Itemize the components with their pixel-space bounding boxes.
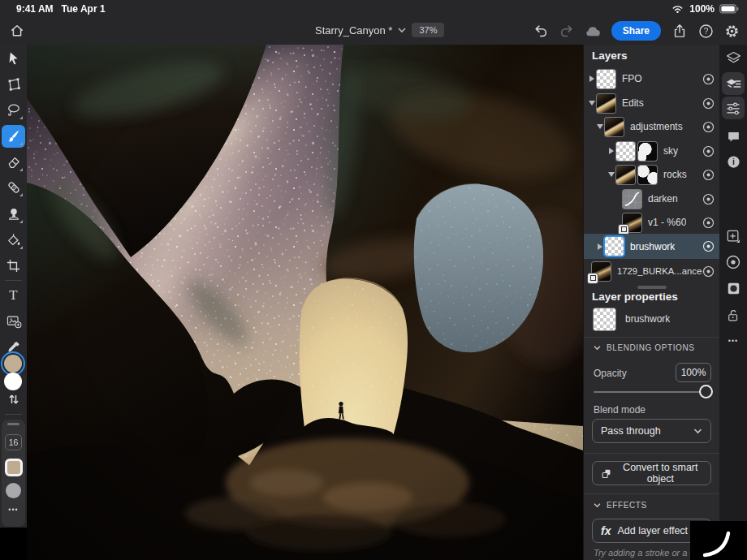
panel-resize-handle[interactable] <box>637 286 667 289</box>
transform-tool[interactable] <box>2 73 25 96</box>
canvas[interactable] <box>27 45 583 560</box>
eye-icon <box>702 121 715 133</box>
screen-corner <box>690 521 747 560</box>
opacity-slider-track[interactable] <box>594 391 710 393</box>
ellipsis-icon: ••• <box>728 337 738 345</box>
eye-icon <box>702 97 715 110</box>
layer-row-v1[interactable]: v1 - %60 <box>584 210 719 235</box>
smart-object-thumbnail[interactable] <box>592 262 611 281</box>
opacity-slider-knob[interactable] <box>699 385 713 398</box>
add-layer-button[interactable] <box>722 225 745 248</box>
layer-row-fpo[interactable]: FPO <box>584 67 719 91</box>
mask-icon <box>726 281 741 296</box>
type-tool[interactable]: T <box>2 284 25 307</box>
layer-row-sky[interactable]: sky <box>584 139 719 163</box>
layer-visibility-toggle[interactable] <box>702 240 715 252</box>
layer-row-1729[interactable]: 1729_BURKA...anced-NR33 <box>584 259 719 283</box>
document-title-dropdown[interactable]: Starry_Canyon * 37% <box>315 23 444 37</box>
undo-button[interactable] <box>530 20 551 41</box>
lasso-tool[interactable] <box>2 99 25 122</box>
layer-mask-thumbnail[interactable] <box>638 166 657 184</box>
crop-tool[interactable] <box>2 254 25 277</box>
place-image-icon <box>6 313 22 330</box>
properties-panel-button[interactable] <box>722 97 745 119</box>
blend-mode-dropdown[interactable]: Pass through <box>592 419 711 443</box>
layer-row-adjustments[interactable]: adjustments <box>584 114 719 139</box>
divider <box>584 337 719 338</box>
background-color-swatch[interactable] <box>4 373 22 390</box>
help-button[interactable]: ? <box>695 20 716 41</box>
brush-tool[interactable] <box>2 125 25 148</box>
layers-list-icon <box>725 75 742 93</box>
opacity-value[interactable]: 100% <box>676 363 711 382</box>
layers-detail-view-button[interactable] <box>722 72 745 95</box>
layer-visibility-toggle[interactable] <box>702 217 715 229</box>
disclosure-collapsed-icon[interactable] <box>595 243 605 250</box>
layer-visibility-toggle[interactable] <box>702 73 715 85</box>
layer-mask-thumbnail[interactable] <box>638 142 657 161</box>
lasso-icon <box>6 102 22 118</box>
convert-to-smart-object-button[interactable]: Convert to smart object <box>592 461 711 485</box>
layers-panel-title: Layers <box>592 50 628 62</box>
effects-header[interactable]: EFFECTS <box>594 501 647 510</box>
toggle-visibility-button[interactable] <box>722 251 745 274</box>
layer-visibility-toggle[interactable] <box>702 121 715 133</box>
brush-size-value[interactable]: 16 <box>2 432 25 453</box>
eraser-tool[interactable] <box>2 151 25 174</box>
layer-visibility-toggle[interactable] <box>702 169 715 181</box>
brush-opacity-preview[interactable] <box>2 483 25 498</box>
layer-row-darken[interactable]: darken <box>584 187 719 211</box>
layer-mask-button[interactable] <box>722 277 745 299</box>
layers-compact-view-button[interactable] <box>722 46 745 69</box>
layer-row-brushwork-selected[interactable]: brushwork <box>584 234 719 259</box>
place-photo-tool[interactable] <box>2 310 25 333</box>
layer-thumbnail[interactable] <box>616 166 635 184</box>
share-button[interactable]: Share <box>611 21 661 41</box>
layer-visibility-toggle[interactable] <box>702 265 715 278</box>
info-button[interactable]: i <box>722 150 745 173</box>
disclosure-expanded-icon[interactable] <box>595 124 605 129</box>
foreground-color-swatch[interactable] <box>4 355 22 373</box>
smart-object-badge-icon <box>619 225 628 235</box>
redo-icon <box>558 23 576 39</box>
layer-thumbnail[interactable] <box>616 142 635 161</box>
lock-layer-button[interactable] <box>722 304 745 326</box>
disclosure-expanded-icon[interactable] <box>607 172 616 177</box>
swap-colors-button[interactable] <box>2 390 25 408</box>
home-button[interactable] <box>6 20 28 41</box>
layer-visibility-toggle[interactable] <box>702 193 715 205</box>
svg-text:i: i <box>732 157 735 166</box>
comments-button[interactable] <box>722 125 745 148</box>
disclosure-collapsed-icon[interactable] <box>607 148 616 154</box>
more-tool-options-button[interactable]: ••• <box>2 506 25 514</box>
tool-options-handle[interactable] <box>2 423 25 425</box>
layer-name: brushwork <box>630 241 675 252</box>
healing-brush-tool[interactable] <box>2 176 25 199</box>
layer-row-edits[interactable]: Edits <box>584 91 719 115</box>
more-options-button[interactable]: ••• <box>722 330 745 352</box>
layer-row-rocks[interactable]: rocks <box>584 162 719 187</box>
disclosure-expanded-icon[interactable] <box>587 101 597 106</box>
layer-thumbnail[interactable] <box>605 237 624 256</box>
layer-visibility-toggle[interactable] <box>702 97 715 110</box>
brush-tip-preview[interactable] <box>2 459 25 476</box>
tool-bar: T 16 ••• <box>0 45 27 528</box>
layer-thumbnail[interactable] <box>597 94 615 113</box>
settings-button[interactable] <box>721 20 742 41</box>
clone-stamp-tool[interactable] <box>2 203 25 226</box>
disclosure-collapsed-icon[interactable] <box>587 75 597 82</box>
layer-thumbnail[interactable] <box>597 70 615 88</box>
smart-object-thumbnail[interactable] <box>623 213 641 232</box>
bandage-icon <box>6 179 22 196</box>
export-icon <box>671 22 688 40</box>
blending-options-header[interactable]: BLENDING OPTIONS <box>594 343 695 352</box>
adjustment-layer-thumbnail[interactable] <box>623 190 641 209</box>
fill-tool[interactable] <box>2 229 25 252</box>
move-tool[interactable] <box>2 47 25 70</box>
layer-visibility-toggle[interactable] <box>702 145 715 157</box>
redo-button[interactable] <box>556 20 577 41</box>
layer-thumbnail[interactable] <box>605 118 624 136</box>
export-button[interactable] <box>669 20 690 41</box>
zoom-level-badge[interactable]: 37% <box>412 23 444 37</box>
layer-name: v1 - %60 <box>648 217 686 228</box>
